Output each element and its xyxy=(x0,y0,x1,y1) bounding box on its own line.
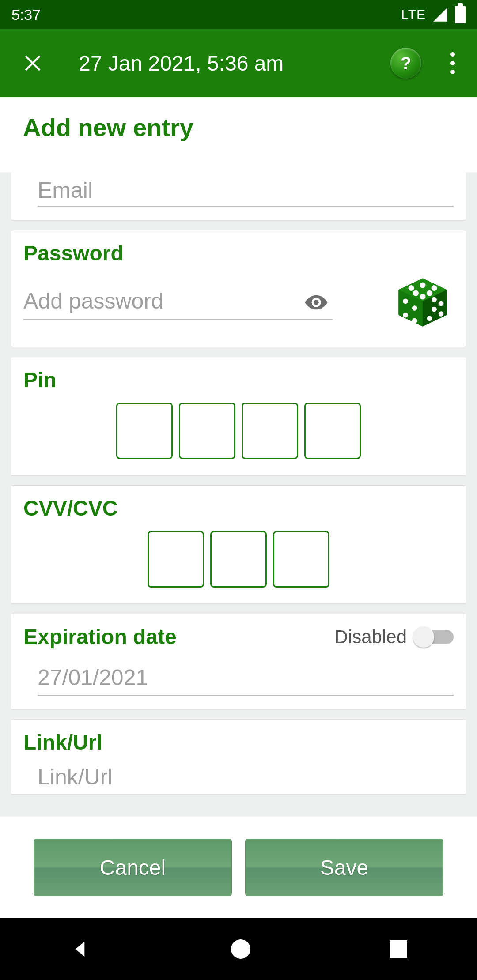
pin-card: Pin xyxy=(11,357,466,475)
email-card xyxy=(11,172,466,220)
pin-digit-2[interactable] xyxy=(179,403,235,459)
svg-point-5 xyxy=(420,283,426,288)
expiration-date-field[interactable] xyxy=(38,661,454,696)
cancel-button[interactable]: Cancel xyxy=(34,839,232,896)
status-bar: 5:37 LTE xyxy=(0,0,477,29)
nav-home-button[interactable] xyxy=(231,939,250,959)
navigation-bar xyxy=(0,918,477,980)
svg-point-14 xyxy=(427,316,432,321)
password-field[interactable] xyxy=(23,285,333,320)
pin-label: Pin xyxy=(23,368,454,392)
status-time: 5:37 xyxy=(11,6,401,23)
cvv-card: CVV/CVC xyxy=(11,485,466,604)
link-label: Link/Url xyxy=(23,730,454,754)
svg-point-12 xyxy=(432,307,437,312)
more-options-button[interactable] xyxy=(442,50,464,76)
svg-point-18 xyxy=(412,318,417,324)
back-icon xyxy=(70,938,92,960)
password-label: Password xyxy=(23,241,454,265)
nav-recent-button[interactable] xyxy=(390,940,407,958)
expiration-toggle-label: Disabled xyxy=(335,626,407,648)
content-area: Add new entry Password xyxy=(0,97,477,817)
link-card: Link/Url xyxy=(11,719,466,795)
expiration-toggle[interactable] xyxy=(413,626,454,648)
svg-point-17 xyxy=(403,313,408,318)
dice-icon xyxy=(394,274,451,331)
svg-point-7 xyxy=(413,290,419,296)
app-bar: 27 Jan 2021, 5:36 am ? xyxy=(0,29,477,97)
expiration-label: Expiration date xyxy=(23,625,177,649)
action-bar: Cancel Save xyxy=(0,817,477,918)
cvv-digit-1[interactable] xyxy=(148,531,204,588)
eye-icon xyxy=(304,290,329,315)
svg-point-13 xyxy=(439,311,444,317)
save-button[interactable]: Save xyxy=(245,839,443,896)
pin-digit-1[interactable] xyxy=(116,403,173,459)
cvv-label: CVV/CVC xyxy=(23,496,454,520)
pin-digit-4[interactable] xyxy=(304,403,361,459)
expiration-card: Expiration date Disabled xyxy=(11,614,466,709)
recent-icon xyxy=(390,940,407,958)
password-card: Password xyxy=(11,230,466,347)
cvv-digit-3[interactable] xyxy=(273,531,329,588)
home-icon xyxy=(231,939,250,959)
battery-icon xyxy=(455,6,466,23)
appbar-title: 27 Jan 2021, 5:36 am xyxy=(79,51,390,75)
generate-password-button[interactable] xyxy=(392,271,454,333)
svg-point-16 xyxy=(412,305,417,311)
cvv-digit-2[interactable] xyxy=(210,531,267,588)
svg-point-8 xyxy=(427,290,432,296)
help-button[interactable]: ? xyxy=(390,48,421,79)
toggle-visibility-button[interactable] xyxy=(301,287,332,318)
svg-point-11 xyxy=(439,301,444,306)
nav-back-button[interactable] xyxy=(70,938,92,960)
signal-icon xyxy=(432,6,449,23)
svg-point-10 xyxy=(432,297,437,302)
svg-point-9 xyxy=(420,294,426,300)
svg-point-4 xyxy=(409,285,414,291)
help-icon: ? xyxy=(401,53,411,73)
form-scroll-area[interactable]: Password xyxy=(0,172,477,817)
page-title: Add new entry xyxy=(0,97,477,152)
link-field[interactable] xyxy=(38,761,454,794)
svg-point-6 xyxy=(432,285,437,291)
network-label: LTE xyxy=(401,7,426,22)
svg-point-15 xyxy=(403,299,408,304)
pin-digit-3[interactable] xyxy=(242,403,298,459)
close-button[interactable] xyxy=(19,50,46,76)
email-field[interactable] xyxy=(38,174,454,207)
